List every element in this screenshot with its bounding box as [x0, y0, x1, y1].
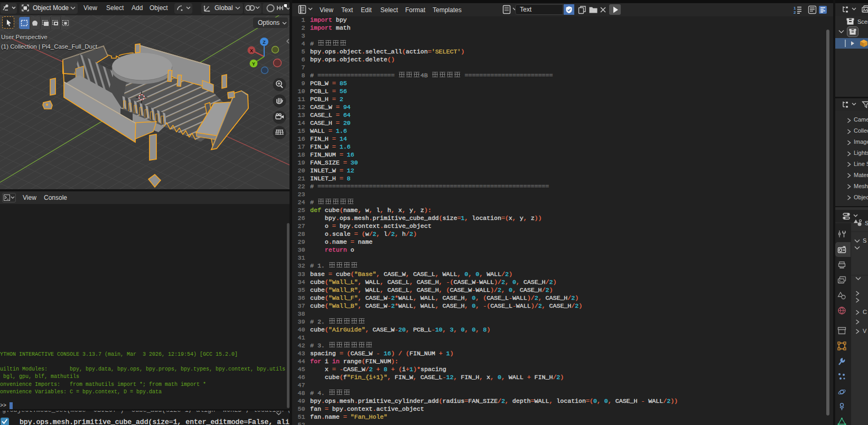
svg-text:2: 2 — [794, 10, 796, 14]
svg-text:Z: Z — [263, 40, 266, 45]
svg-text:Y: Y — [252, 61, 255, 67]
svg-text:X: X — [250, 48, 253, 53]
